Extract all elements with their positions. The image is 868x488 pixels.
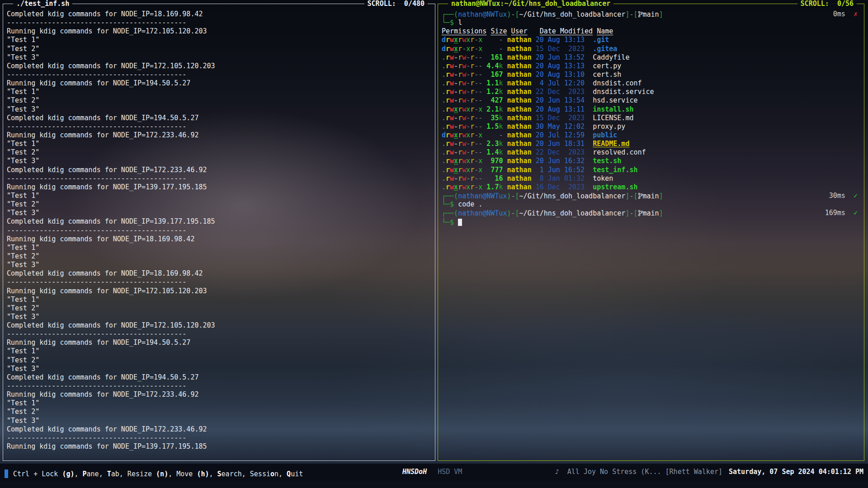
terminal-line: Completed kdig commands for NODE_IP=172.…: [7, 166, 431, 174]
git-branch-icon: [638, 192, 643, 199]
file-name: cert.py: [593, 62, 621, 70]
terminal-line: "Test 3": [7, 261, 431, 269]
file-name: test_inf.sh: [593, 166, 637, 174]
terminal-line: Running kdig commands for NODE_IP=18.169…: [7, 235, 431, 244]
terminal-line: "Test 2": [7, 45, 431, 53]
file-name: test.sh: [593, 157, 621, 165]
terminal-line: ----------------------------------------…: [7, 434, 431, 442]
file-name: dnsdist.service: [593, 88, 654, 96]
prompt-line: ┌──(nathan@NWTux)-[~/Git/hns_doh_loadbal…: [442, 192, 860, 200]
terminal-line: Running kdig commands for NODE_IP=172.10…: [7, 27, 431, 36]
terminal-line: "Test 3": [7, 209, 431, 217]
terminal-line: Completed kdig commands for NODE_IP=172.…: [7, 321, 431, 330]
left-pane-content: Completed kdig commands for NODE_IP=18.1…: [3, 4, 435, 460]
terminal-line: "Test 1": [7, 140, 431, 148]
file-row: .rw-rw-r-- 167 nathan 20 Aug 13:10 cert.…: [442, 70, 860, 79]
listing-header: Permissions Size User Date Modified Name: [442, 27, 860, 36]
terminal-line: ----------------------------------------…: [7, 19, 431, 27]
terminal-line: "Test 1": [7, 296, 431, 304]
terminal-line: ----------------------------------------…: [7, 122, 431, 131]
terminal-line: "Test 1": [7, 244, 431, 252]
status-bar-lower-strip: [0, 481, 868, 488]
file-name: resolved.conf: [593, 148, 646, 156]
terminal-line: Running kdig commands for NODE_IP=139.17…: [7, 442, 431, 451]
terminal-line: Completed kdig commands for NODE_IP=172.…: [7, 425, 431, 434]
file-name: LICENSE.md: [593, 114, 633, 122]
right-pane-content: ┌──(nathan@NWTux)-[~/Git/hns_doh_loadbal…: [438, 4, 864, 460]
file-name: public: [593, 131, 617, 139]
terminal-line: Running kdig commands for NODE_IP=172.23…: [7, 131, 431, 140]
file-row: .rw-rw-r-- 1.4k nathan 22 Dec 2023 resol…: [442, 148, 860, 157]
prompt-input-line: └─$: [442, 217, 860, 226]
file-row: .rwxrwxr-x 2.1k nathan 20 Aug 13:11 inst…: [442, 105, 860, 114]
terminal-line: ----------------------------------------…: [7, 226, 431, 235]
terminal-line: ----------------------------------------…: [7, 70, 431, 79]
terminal-line: "Test 2": [7, 148, 431, 157]
terminal-line: "Test 3": [7, 417, 431, 425]
file-row: .rwxrwxr-x 777 nathan 1 Jun 16:52 test_i…: [442, 166, 860, 174]
file-row: .rw-rw-r-- 35k nathan 15 Dec 2023 LICENS…: [442, 114, 860, 122]
file-row: .rw-rw-r-- 4.4k nathan 20 Aug 13:13 cert…: [442, 62, 860, 70]
file-row: .rw-rw-r-- 1.1k nathan 4 Jul 12:20 dnsdi…: [442, 79, 860, 88]
prompt-input-line: └─$ l: [442, 19, 860, 27]
clock: Saturday, 07 Sep 2024 04:01:12 PM: [729, 468, 863, 476]
file-name: Caddyfile: [593, 53, 629, 61]
terminal-line: "Test 2": [7, 252, 431, 261]
terminal-line: "Test 3": [7, 365, 431, 373]
terminal-line: "Test 2": [7, 200, 431, 209]
git-branch-icon: [638, 11, 643, 18]
terminal-line: ----------------------------------------…: [7, 330, 431, 338]
terminal-line: Completed kdig commands for NODE_IP=18.1…: [7, 10, 431, 19]
music-note-icon: ♪: [555, 468, 559, 476]
file-name: README.md: [593, 140, 629, 148]
terminal-line: "Test 1": [7, 399, 431, 408]
keybinding-hints: Ctrl + Lock (g), Pane, Tab, Resize (n), …: [5, 468, 303, 479]
file-row: .rw-rw-r-- 1.5k nathan 30 May 12:02 prox…: [442, 122, 860, 131]
terminal-line: Completed kdig commands for NODE_IP=194.…: [7, 114, 431, 122]
terminal-line: Completed kdig commands for NODE_IP=172.…: [7, 62, 431, 70]
terminal-line: Running kdig commands for NODE_IP=194.50…: [7, 338, 431, 347]
tab-hnsdoh[interactable]: HNSDoH: [402, 468, 427, 476]
terminal-line: Completed kdig commands for NODE_IP=18.1…: [7, 269, 431, 278]
file-name: token: [593, 174, 613, 183]
terminal-line: "Test 3": [7, 105, 431, 114]
terminal-line: "Test 1": [7, 36, 431, 44]
prompt-line: ┌──(nathan@NWTux)-[~/Git/hns_doh_loadbal…: [442, 10, 860, 19]
terminal-line: "Test 1": [7, 347, 431, 356]
terminal-line: "Test 1": [7, 88, 431, 96]
session-tabs: HNSDoHHSD VM: [402, 468, 473, 476]
file-row: .rwxrwxr-x 970 nathan 20 Jun 16:32 test.…: [442, 157, 860, 165]
terminal-line: Running kdig commands for NODE_IP=139.17…: [7, 183, 431, 192]
file-row: drwxrwxr-x - nathan 20 Jul 12:59 public: [442, 131, 860, 140]
terminal-line: "Test 2": [7, 356, 431, 365]
terminal-line: Completed kdig commands for NODE_IP=194.…: [7, 373, 431, 382]
command-duration: 169ms ✓: [825, 209, 858, 217]
prompt-input-line: └─$ code .: [442, 200, 860, 209]
terminal-line: ----------------------------------------…: [7, 174, 431, 183]
terminal-line: ----------------------------------------…: [7, 278, 431, 286]
text-cursor: [458, 219, 462, 226]
terminal-line: "Test 2": [7, 96, 431, 105]
file-row: drwxr-xr-x - nathan 15 Dec 2023 .gitea: [442, 45, 860, 53]
mode-indicator-block: [5, 469, 8, 478]
terminal-line: "Test 2": [7, 304, 431, 313]
tab-hsd-vm[interactable]: HSD VM: [438, 468, 462, 476]
terminal-line: ----------------------------------------…: [7, 382, 431, 390]
terminal-line: "Test 3": [7, 53, 431, 62]
pane-shell[interactable]: nathan@NWTux:~/Git/hns_doh_loadbalancer …: [438, 4, 864, 461]
terminal-line: "Test 3": [7, 313, 431, 321]
prompt-line: ┌──(nathan@NWTux)-[~/Git/hns_doh_loadbal…: [442, 209, 860, 217]
terminal-line: Completed kdig commands for NODE_IP=139.…: [7, 217, 431, 226]
file-row: drwxrwxr-x - nathan 20 Aug 13:13 .git: [442, 36, 860, 44]
command-duration: 0ms ✗: [833, 10, 858, 19]
right-status: ♪ All Joy No Stress (K... [Rhett Walker]…: [555, 468, 863, 476]
terminal-line: Running kdig commands for NODE_IP=194.50…: [7, 79, 431, 88]
status-bar: Ctrl + Lock (g), Pane, Tab, Resize (n), …: [0, 464, 868, 481]
file-row: .rw-rw-r-- 1.2k nathan 22 Dec 2023 dnsdi…: [442, 88, 860, 96]
command-duration: 30ms ✓: [829, 192, 858, 200]
file-row: .rwxrwxr-x 1.7k nathan 16 Dec 2023 upstr…: [442, 183, 860, 192]
file-row: .rw-rw-r-- 2.3k nathan 20 Jun 18:31 READ…: [442, 140, 860, 148]
terminal-line: "Test 2": [7, 408, 431, 416]
git-branch-icon: [638, 210, 643, 216]
pane-test-inf-script[interactable]: ./test_inf.sh SCROLL: 0/480 Completed kd…: [3, 4, 435, 461]
